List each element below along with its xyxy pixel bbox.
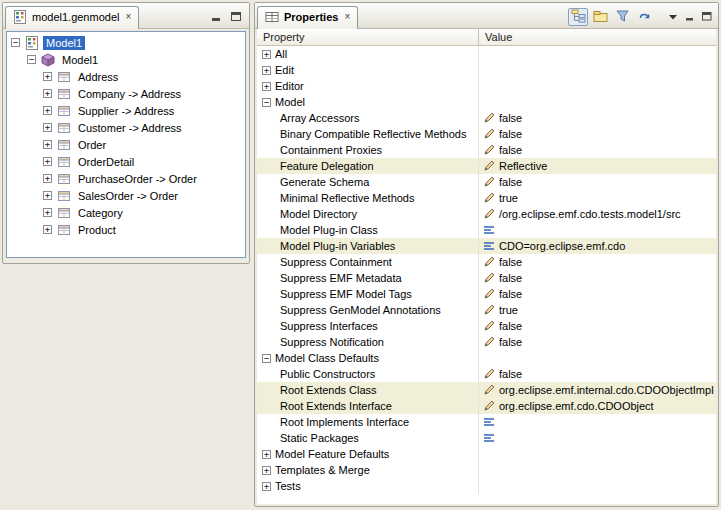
column-header-property[interactable]: Property [257,29,479,45]
expand-toggle-icon[interactable]: + [43,140,52,149]
property-value-cell[interactable]: true [479,190,716,206]
tree-item[interactable]: +PurchaseOrder -> Order [7,170,245,187]
property-row[interactable]: Model Plug-in VariablesCDO=org.eclipse.e… [257,238,716,254]
tree-mode-button[interactable] [568,8,588,26]
tree-item[interactable]: +Product [7,221,245,238]
property-value-cell[interactable]: org.eclipse.emf.internal.cdo.CDOObjectIm… [479,382,716,398]
property-value-cell[interactable]: false [479,126,716,142]
property-row[interactable]: Root Implements Interface [257,414,716,430]
property-category-row[interactable]: +Tests [257,478,716,494]
property-row[interactable]: Array Accessorsfalse [257,110,716,126]
expand-toggle-icon[interactable]: + [43,225,52,234]
expand-toggle-icon[interactable]: + [262,450,271,459]
column-header-value[interactable]: Value [479,29,716,45]
filter-advanced-button[interactable] [612,8,632,26]
tree-item[interactable]: −Model1 [7,51,245,68]
property-row[interactable]: Generate Schemafalse [257,174,716,190]
property-row[interactable]: Suppress Notificationfalse [257,334,716,350]
tree-item[interactable]: +Supplier -> Address [7,102,245,119]
properties-tab[interactable]: Properties × [257,6,358,29]
restore-default-button[interactable] [634,8,654,26]
property-value-cell[interactable]: false [479,286,716,302]
expand-toggle-icon[interactable]: + [262,82,271,91]
close-icon[interactable]: × [125,12,131,22]
property-value: true [499,191,518,206]
tree-item[interactable]: +OrderDetail [7,153,245,170]
property-value-cell[interactable] [479,414,716,430]
property-row[interactable]: Suppress GenModel Annotationstrue [257,302,716,318]
collapse-toggle-icon[interactable]: − [262,354,271,363]
property-value-cell[interactable]: false [479,110,716,126]
tree-item[interactable]: +Order [7,136,245,153]
property-value-cell[interactable]: false [479,254,716,270]
expand-toggle-icon[interactable]: + [43,208,52,217]
property-value-cell[interactable]: Reflective [479,158,716,174]
expand-toggle-icon[interactable]: + [262,466,271,475]
expand-toggle-icon[interactable]: + [43,72,52,81]
property-category-row[interactable]: +Templates & Merge [257,462,716,478]
property-row[interactable]: Suppress EMF Model Tagsfalse [257,286,716,302]
editor-tab-label: model1.genmodel [32,11,119,23]
property-category-row[interactable]: −Model Class Defaults [257,350,716,366]
minimize-button[interactable] [682,8,697,26]
close-icon[interactable]: × [344,12,350,22]
expand-toggle-icon[interactable]: + [43,191,52,200]
property-category-row[interactable]: +Edit [257,62,716,78]
tree-item[interactable]: +Company -> Address [7,85,245,102]
property-row[interactable]: Binary Compatible Reflective Methodsfals… [257,126,716,142]
tree-item[interactable]: +Customer -> Address [7,119,245,136]
property-row[interactable]: Static Packages [257,430,716,446]
property-row[interactable]: Suppress Containmentfalse [257,254,716,270]
property-category-row[interactable]: +All [257,46,716,62]
property-category-row[interactable]: −Model [257,94,716,110]
tree-item[interactable]: +Category [7,204,245,221]
expand-toggle-icon[interactable]: + [262,482,271,491]
tree-item[interactable]: +SalesOrder -> Order [7,187,245,204]
property-row[interactable]: Root Extends Classorg.eclipse.emf.intern… [257,382,716,398]
minimize-button[interactable] [208,9,224,23]
property-row[interactable]: Containment Proxiesfalse [257,142,716,158]
property-value-cell[interactable]: false [479,174,716,190]
editor-tab[interactable]: model1.genmodel × [5,6,139,29]
expand-toggle-icon[interactable]: + [43,106,52,115]
property-value-cell[interactable] [479,430,716,446]
collapse-toggle-icon[interactable]: − [262,98,271,107]
expand-toggle-icon[interactable]: + [43,89,52,98]
property-value-cell[interactable]: false [479,318,716,334]
property-row[interactable]: Feature DelegationReflective [257,158,716,174]
property-row[interactable]: Root Extends Interfaceorg.eclipse.emf.cd… [257,398,716,414]
show-categories-button[interactable] [590,8,610,26]
property-row[interactable]: Model Directory/org.eclipse.emf.cdo.test… [257,206,716,222]
maximize-button[interactable] [228,9,244,23]
property-row[interactable]: Suppress EMF Metadatafalse [257,270,716,286]
property-value-cell[interactable]: /org.eclipse.emf.cdo.tests.model1/src [479,206,716,222]
property-value-cell[interactable]: false [479,334,716,350]
expand-toggle-icon[interactable]: + [262,66,271,75]
expand-toggle-icon[interactable]: + [262,50,271,59]
property-value-cell[interactable] [479,222,716,238]
property-row[interactable]: Minimal Reflective Methodstrue [257,190,716,206]
property-category-row[interactable]: +Editor [257,78,716,94]
property-category-row[interactable]: +Model Feature Defaults [257,446,716,462]
property-row[interactable]: Suppress Interfacesfalse [257,318,716,334]
genmodel-icon [24,35,40,51]
view-menu-button[interactable] [665,8,680,26]
property-value-cell[interactable]: CDO=org.eclipse.emf.cdo [479,238,716,254]
property-value-cell[interactable]: org.eclipse.emf.cdo.CDOObject [479,398,716,414]
property-row[interactable]: Model Plug-in Class [257,222,716,238]
property-name-cell: Suppress Containment [257,254,479,270]
property-value-cell[interactable]: false [479,142,716,158]
tree-item[interactable]: +Address [7,68,245,85]
expand-toggle-icon[interactable]: + [43,174,52,183]
tree-item-label: Model1 [59,53,101,67]
property-value-cell[interactable]: false [479,270,716,286]
collapse-toggle-icon[interactable]: − [11,38,20,47]
expand-toggle-icon[interactable]: + [43,123,52,132]
expand-toggle-icon[interactable]: + [43,157,52,166]
property-row[interactable]: Public Constructorsfalse [257,366,716,382]
property-value-cell[interactable]: true [479,302,716,318]
tree-item[interactable]: −Model1 [7,34,245,51]
maximize-button[interactable] [699,8,714,26]
collapse-toggle-icon[interactable]: − [27,55,36,64]
property-value-cell[interactable]: false [479,366,716,382]
